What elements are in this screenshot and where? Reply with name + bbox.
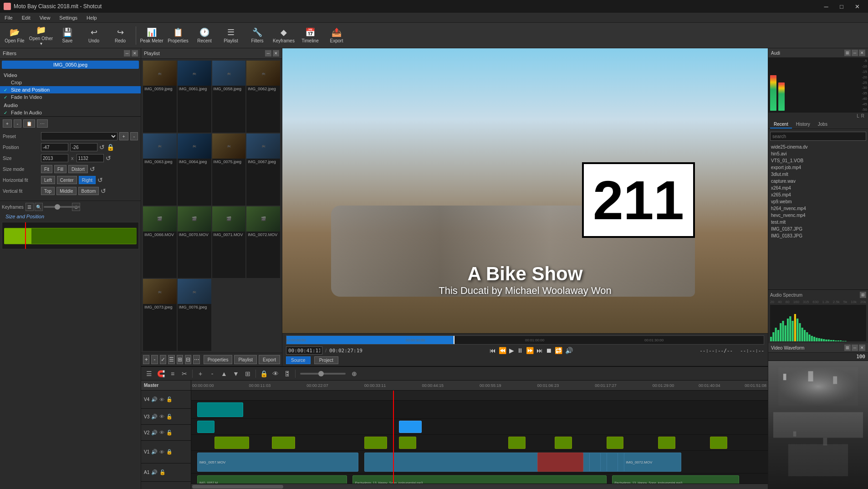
clip-a1-2[interactable]: Pachyderm_13_Happy_Song_instrumental.mp3: [352, 475, 606, 484]
clip-v1-5[interactable]: [607, 453, 618, 472]
filter-size-position[interactable]: ✓ Size and Position: [0, 86, 141, 93]
timeline-remove-track-btn[interactable]: -: [207, 369, 217, 379]
minimize-button[interactable]: ─: [819, 0, 833, 13]
vw-minimize-btn[interactable]: ─: [852, 345, 858, 351]
clip-v2-6[interactable]: [555, 437, 572, 449]
playlist-check-btn[interactable]: ✓: [160, 355, 166, 364]
playlist-minimize-btn[interactable]: ─: [265, 50, 271, 57]
list-item[interactable]: 🏍 IMG_0075.jpeg: [212, 134, 246, 206]
filter-fade-in-audio[interactable]: ✓ Fade In Audio: [0, 109, 141, 116]
timeline-button[interactable]: 📅 Timeline: [297, 24, 323, 47]
recent-tab[interactable]: Recent: [770, 121, 792, 129]
size-h-input[interactable]: [77, 154, 104, 162]
recent-item[interactable]: IMG_0187.JPG: [768, 226, 868, 232]
list-item[interactable]: 🎬 IMG_0066.MOV: [143, 206, 177, 278]
middle-btn[interactable]: Middle: [56, 187, 76, 195]
jobs-tab[interactable]: Jobs: [814, 121, 831, 129]
vw-expand-btn[interactable]: ⊞: [844, 345, 851, 351]
recent-item[interactable]: h264_nvenc.mp4: [768, 205, 868, 212]
recent-button[interactable]: 🕐 Recent: [192, 24, 217, 47]
volume-btn[interactable]: 🔊: [565, 347, 573, 354]
fill-btn[interactable]: Fill: [54, 165, 66, 173]
play-btn[interactable]: ▶: [509, 347, 514, 354]
recent-item[interactable]: x264.mp4: [768, 185, 868, 191]
recent-item[interactable]: hin5.avi: [768, 150, 868, 157]
left-btn[interactable]: Left: [41, 176, 55, 184]
recent-item[interactable]: test.mlt: [768, 219, 868, 226]
v1-audio-btn[interactable]: 🔊: [151, 449, 158, 455]
playlist-list-btn[interactable]: ☰: [168, 355, 174, 364]
filter-remove-btn[interactable]: -: [14, 119, 21, 128]
skip-start-btn[interactable]: ⏮: [490, 347, 496, 354]
playlist-remove-btn[interactable]: -: [151, 355, 158, 364]
timeline-up-btn[interactable]: ▲: [219, 369, 229, 379]
recent-item[interactable]: x265.mp4: [768, 191, 868, 198]
size-w-input[interactable]: [41, 154, 68, 162]
v1-eye-btn[interactable]: 👁: [159, 449, 164, 455]
redo-button[interactable]: ↪ Redo: [107, 24, 133, 47]
playlist-export-btn[interactable]: Export: [259, 355, 280, 364]
undo-button[interactable]: ↩ Undo: [81, 24, 107, 47]
loop-btn[interactable]: 🔁: [555, 347, 562, 354]
playlist-playlist-btn[interactable]: Playlist: [234, 355, 257, 364]
timeline-ripple-btn[interactable]: ≡: [168, 369, 178, 379]
timeline-add-track-btn[interactable]: +: [195, 369, 205, 379]
timeline-lock-btn[interactable]: 🔒: [259, 369, 269, 379]
filters-minimize-btn[interactable]: ─: [124, 50, 130, 57]
next-frame-btn[interactable]: ⏩: [526, 347, 534, 354]
timeline-group-btn[interactable]: ⊞: [243, 369, 253, 379]
playlist-grid-btn[interactable]: ⊞: [177, 355, 183, 364]
timeline-scrub-btn[interactable]: ✂: [179, 369, 189, 379]
clip-v2-8[interactable]: [658, 437, 675, 449]
recent-item[interactable]: capture.wav: [768, 178, 868, 185]
v3-eye-btn[interactable]: 👁: [159, 414, 164, 419]
menu-help[interactable]: Help: [82, 13, 102, 22]
v4-eye-btn[interactable]: 👁: [159, 397, 164, 402]
a1-audio-btn[interactable]: 🔊: [151, 469, 158, 475]
v4-audio-btn[interactable]: 🔊: [151, 396, 158, 402]
menu-settings[interactable]: Settings: [55, 13, 82, 22]
list-item[interactable]: 🎬 IMG_0070.MOV: [178, 206, 211, 278]
center-btn[interactable]: Center: [57, 176, 77, 184]
search-input[interactable]: [770, 132, 866, 141]
horiz-reset-btn[interactable]: ↺: [97, 176, 103, 184]
v1-lock-btn[interactable]: 🔒: [166, 449, 173, 455]
filters-close-btn[interactable]: ✕: [132, 50, 138, 57]
menu-file[interactable]: File: [0, 13, 17, 22]
list-item[interactable]: 🏍 IMG_0058.jpeg: [212, 61, 246, 133]
v3-audio-btn[interactable]: 🔊: [151, 414, 158, 420]
recent-item[interactable]: vp9.webm: [768, 198, 868, 205]
filter-more-btn[interactable]: ⋯: [37, 119, 48, 128]
position-y-input[interactable]: [70, 143, 97, 151]
stop-btn[interactable]: ⏹: [546, 347, 552, 354]
list-item[interactable]: 🏍 IMG_0061.jpeg: [178, 61, 211, 133]
preset-select[interactable]: [41, 132, 117, 140]
vw-close-btn[interactable]: ✕: [859, 345, 865, 351]
timeline-zoom-thumb[interactable]: [318, 371, 324, 376]
clip-a1-3[interactable]: Pachyderm_13_Happy_Song_instrumental.mp3: [612, 475, 739, 484]
timeline-down-btn[interactable]: ▼: [231, 369, 241, 379]
clip-v2-1[interactable]: [214, 437, 249, 449]
preview-timeline[interactable]: 00:00:00:00 00:00:30:00 00:01:00:00 00:0…: [286, 335, 764, 345]
keyframes-button[interactable]: ◆ Keyframes: [271, 24, 296, 47]
clip-v1-4[interactable]: [589, 453, 601, 472]
distort-btn[interactable]: Distort: [68, 165, 88, 173]
list-item[interactable]: 🏍 IMG_0067.jpeg: [246, 134, 280, 206]
project-tab[interactable]: Project: [314, 356, 338, 364]
playlist-properties-btn[interactable]: Properties: [204, 355, 233, 364]
playlist-table-btn[interactable]: ⊟: [185, 355, 191, 364]
playlist-add-btn[interactable]: +: [143, 355, 149, 364]
playlist-close-btn[interactable]: ✕: [273, 50, 279, 57]
clip-v1-6[interactable]: IMG_0072.MOV: [624, 453, 682, 472]
clip-v3-1[interactable]: [197, 421, 214, 433]
clip-v2-4[interactable]: [399, 437, 416, 449]
playlist-more-btn[interactable]: ⋯: [193, 355, 199, 364]
save-button[interactable]: 💾 Save: [55, 24, 80, 47]
hscroll-thumb[interactable]: [192, 485, 283, 489]
audio-spectrum-expand-btn[interactable]: ⊞: [860, 292, 866, 298]
list-item[interactable]: 🏍 IMG_0076.jpeg: [178, 279, 211, 351]
maximize-button[interactable]: □: [834, 0, 849, 13]
preset-add-btn[interactable]: +: [119, 132, 128, 140]
clip-v2-7[interactable]: [607, 437, 624, 449]
menu-view[interactable]: View: [35, 13, 55, 22]
